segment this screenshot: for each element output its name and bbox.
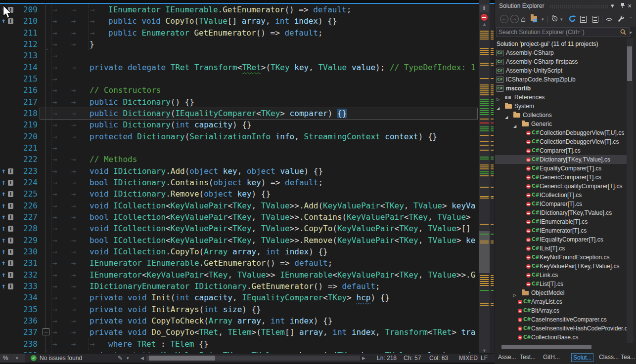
line-number[interactable]: 223 <box>12 165 38 177</box>
override-up-arrow-icon[interactable]: ↑ <box>1 235 5 246</box>
chevron-down-icon[interactable]: ▾ <box>127 354 129 363</box>
horizontal-scrollbar[interactable] <box>146 356 360 361</box>
line-number[interactable]: 231 <box>12 257 38 269</box>
code-line-219[interactable]: 219→→public Dictionary(int capacity) {} <box>0 119 479 130</box>
tree-item-assembly-csharp-firstpass[interactable]: C#Assembly-CSharp-firstpass <box>495 57 627 66</box>
panel-title-bar[interactable]: Solution Explorer ▾ × <box>495 0 636 13</box>
line-number[interactable]: 220 <box>12 131 38 142</box>
override-up-arrow-icon[interactable]: ↑ <box>1 200 5 211</box>
tree-item-dictionary-tkey-tvalue-cs[interactable]: C#Dictionary[TKey,TValue].cs <box>495 155 627 164</box>
line-number[interactable]: 212 <box>12 39 38 50</box>
tree-item-icsharpcode-sharpziplib[interactable]: C#ICSharpCode.SharpZipLib <box>495 75 627 84</box>
line-number[interactable]: 238 <box>12 338 38 350</box>
tree-item-system[interactable]: ◢System <box>495 102 627 111</box>
line-indicator[interactable]: Ln: 218 <box>377 354 397 363</box>
code-line-228[interactable]: ↑I228→→void ICollection<KeyValuePair<TKe… <box>0 223 479 234</box>
issues-status[interactable]: No issues found <box>40 354 82 363</box>
code-line-230[interactable]: ↑I230→→void ICollection.CopyTo(Array arr… <box>0 246 479 257</box>
zoom-selector[interactable]: % ▾ <box>0 354 25 363</box>
panel-tab-class[interactable]: Class... <box>597 353 620 361</box>
tree-item-assembly-unityscript[interactable]: C#Assembly-UnityScript <box>495 66 627 75</box>
pending-changes-filter-icon[interactable] <box>551 15 558 24</box>
view-code-icon[interactable]: <> <box>606 15 612 24</box>
chevron-down-icon[interactable]: ▾ <box>560 15 563 24</box>
code-line-211[interactable]: 211→→→public Enumerator GetEnumerator() … <box>0 27 479 39</box>
line-number[interactable]: 227 <box>12 211 38 223</box>
override-up-arrow-icon[interactable]: ↑ <box>1 177 5 188</box>
window-position-menu-icon[interactable]: ▾ <box>611 2 614 9</box>
code-line-226[interactable]: ↑I226→→void ICollection<KeyValuePair<TKe… <box>0 200 479 211</box>
line-number[interactable]: 232 <box>12 269 38 281</box>
code-line-209[interactable]: ↑I209→→→IEnumerator IEnumerable.GetEnume… <box>0 4 479 15</box>
back-button[interactable]: ← <box>500 15 508 23</box>
line-number[interactable]: 219 <box>12 119 38 130</box>
override-up-arrow-icon[interactable]: ↑ <box>1 257 5 269</box>
tree-item-references[interactable]: ▷References <box>495 93 627 102</box>
line-number[interactable]: 237 <box>12 326 38 338</box>
tree-item-collections[interactable]: ◢Collections <box>495 111 627 120</box>
tree-item-genericequalitycomparer-t-cs[interactable]: C#GenericEqualityComparer[T].cs <box>495 182 627 191</box>
line-number[interactable]: 213 <box>12 50 38 61</box>
tree-item-assembly-csharp[interactable]: C#Assembly-CSharp <box>495 48 627 57</box>
line-number[interactable]: 236 <box>12 315 38 326</box>
line-number[interactable]: 210 <box>12 15 38 27</box>
code-line-234[interactable]: 234→→private void Init(int capacity, IEq… <box>0 292 479 303</box>
override-up-arrow-icon[interactable]: ↑ <box>1 281 5 292</box>
tree-item-collectionbase-cs[interactable]: C#CollectionBase.cs <box>495 333 627 342</box>
line-number[interactable]: 228 <box>12 223 38 234</box>
toolbar-overflow-icon[interactable]: ’’ <box>630 15 632 24</box>
fold-collapse-button[interactable]: – <box>43 328 49 335</box>
code-line-229[interactable]: ↑I229→→bool ICollection<KeyValuePair<TKe… <box>0 235 479 246</box>
line-number[interactable]: 235 <box>12 304 38 315</box>
panel-tab-gith[interactable]: GitH... <box>542 353 561 361</box>
preview-selected-items-icon[interactable] <box>592 16 598 23</box>
code-line-216[interactable]: 216→→// Constructors <box>0 84 479 96</box>
properties-pages-icon[interactable] <box>580 16 587 23</box>
chevron-down-icon[interactable]: ▾ <box>542 15 544 24</box>
code-line-217[interactable]: 217→→public Dictionary() {} <box>0 96 479 108</box>
override-up-arrow-icon[interactable]: ↑ <box>1 165 5 177</box>
code-line-227[interactable]: ↑I227→→bool ICollection<KeyValuePair<TKe… <box>0 211 479 223</box>
override-up-arrow-icon[interactable]: ↑ <box>1 269 5 281</box>
code-area[interactable]: ↑I209→→→IEnumerator IEnumerable.GetEnume… <box>0 0 479 362</box>
tree-item-solution-project-gui-11-of-11-projects[interactable]: Solution 'project-gui' (11 of 11 project… <box>495 40 627 48</box>
line-number[interactable]: 229 <box>12 235 38 246</box>
encoding-indicator[interactable]: MIXED <box>459 354 478 363</box>
tree-item-ienumerator-t-cs[interactable]: C#IEnumerator[T].cs <box>495 226 627 235</box>
tree-item-comparer-t-cs[interactable]: C#Comparer[T].cs <box>495 146 627 155</box>
line-number[interactable]: 216 <box>12 84 38 96</box>
document-health-icon[interactable] <box>481 14 488 21</box>
tree-item-idictionary-tkey-tvalue-cs[interactable]: C#IDictionary[TKey,TValue].cs <box>495 208 627 217</box>
panel-tab-tea[interactable]: Tea... <box>619 353 636 361</box>
column-indicator[interactable]: Col: 63 <box>429 354 448 363</box>
scroll-down-arrow[interactable]: ▼ <box>482 348 487 353</box>
tree-vertical-scrollbar[interactable] <box>627 39 634 343</box>
line-number[interactable]: 234 <box>12 292 38 303</box>
code-line-218[interactable]: 218→→public Dictionary(IEqualityComparer… <box>0 108 479 119</box>
line-number[interactable]: 218 <box>12 108 38 119</box>
tree-item-icomparer-t-cs[interactable]: C#IComparer[T].cs <box>495 200 627 208</box>
code-line-238[interactable]: 238→→→where TRet : TElem {} <box>0 338 479 350</box>
code-line-222[interactable]: 222→→// Methods <box>0 154 479 165</box>
code-line-224[interactable]: ↑I224→→bool IDictionary.Contains(object … <box>0 177 479 188</box>
tree-item-caseinsensitivehashcodeprovider-cs[interactable]: C#CaseInsensitiveHashCodeProvider.cs <box>495 324 627 333</box>
chevron-down-icon[interactable]: ▾ <box>630 30 632 35</box>
line-number[interactable]: 224 <box>12 177 38 188</box>
tree-item-caseinsensitivecomparer-cs[interactable]: C#CaseInsensitiveComparer.cs <box>495 315 627 324</box>
scroll-right-arrow[interactable]: ▶ <box>362 354 365 363</box>
tree-scrollbar-thumb[interactable] <box>627 46 632 81</box>
scrollbar-thumb[interactable] <box>479 231 490 273</box>
forward-button[interactable]: → <box>510 15 519 23</box>
tree-item-equalitycomparer-t-cs[interactable]: C#EqualityComparer[T].cs <box>495 164 627 173</box>
tree-item-list-t-cs[interactable]: C#List[T].cs <box>495 280 627 288</box>
override-up-arrow-icon[interactable]: ↑ <box>1 223 5 234</box>
tree-item-bitarray-cs[interactable]: C#BitArray.cs <box>495 306 627 315</box>
scroll-left-arrow[interactable]: ◀ <box>140 354 144 363</box>
line-number[interactable]: 225 <box>12 188 38 200</box>
character-indicator[interactable]: Ch: 57 <box>404 354 421 363</box>
code-line-220[interactable]: 220→→protected Dictionary(SerializationI… <box>0 131 479 142</box>
tree-scrollbar-h-thumb[interactable] <box>501 345 591 349</box>
tree-item-link-cs[interactable]: C#Link.cs <box>495 271 627 280</box>
code-line-223[interactable]: ↑I223→→void IDictionary.Add(object key, … <box>0 165 479 177</box>
override-up-arrow-icon[interactable]: ↑ <box>1 246 5 257</box>
